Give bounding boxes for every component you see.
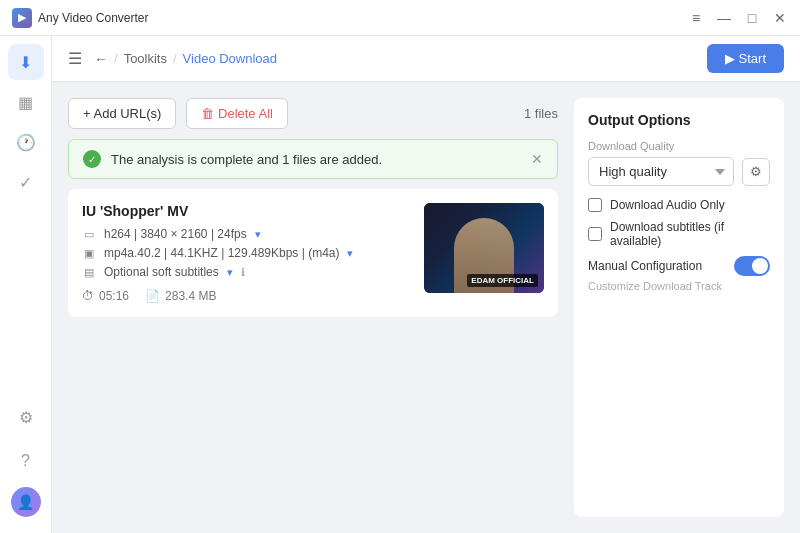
manual-config-label: Manual Configuration (588, 259, 726, 273)
menu-icon[interactable]: ≡ (688, 10, 704, 26)
sidebar-item-history[interactable]: 🕐 (8, 124, 44, 160)
app-icon: ▶ (12, 8, 32, 28)
duration-value: 05:16 (99, 289, 129, 303)
app-title: Any Video Converter (38, 11, 149, 25)
delete-all-button[interactable]: 🗑 Delete All (186, 98, 288, 129)
audio-track-value: mp4a.40.2 | 44.1KHZ | 129.489Kbps | (m4a… (104, 246, 339, 260)
clock-icon: ⏱ (82, 289, 94, 303)
close-button[interactable]: ✕ (772, 10, 788, 26)
file-icon: 📄 (145, 289, 160, 303)
download-audio-only-checkbox[interactable] (588, 198, 602, 212)
maximize-button[interactable]: □ (744, 10, 760, 26)
start-button[interactable]: ▶ Start (707, 44, 784, 73)
hamburger-icon[interactable]: ☰ (68, 49, 82, 68)
customize-track-label: Customize Download Track (588, 280, 770, 292)
toolbar: + Add URL(s) 🗑 Delete All 1 files (68, 98, 558, 129)
sidebar-bottom: ⚙ ? 👤 (8, 399, 44, 525)
manual-config-row: Manual Configuration (588, 256, 770, 276)
quality-select[interactable]: High quality Medium quality Low quality (588, 157, 734, 186)
topnav: ☰ ← / Toolkits / Video Download ▶ Start (52, 36, 800, 82)
alert-text: The analysis is complete and 1 files are… (111, 152, 521, 167)
quality-row: High quality Medium quality Low quality … (588, 157, 770, 186)
audio-track-icon: ▣ (82, 246, 96, 260)
file-count: 1 files (524, 106, 558, 121)
breadcrumb: ← / Toolkits / Video Download (94, 51, 699, 67)
breadcrumb-video-download: Video Download (183, 51, 277, 66)
toggle-knob (752, 258, 768, 274)
app-layout: ⬇ ▦ 🕐 ✓ ⚙ ? 👤 ☰ ← / Toolkits / Video Dow… (0, 36, 800, 533)
titlebar: ▶ Any Video Converter ≡ — □ ✕ (0, 0, 800, 36)
video-track-value: h264 | 3840 × 2160 | 24fps (104, 227, 247, 241)
filesize-item: 📄 283.4 MB (145, 289, 216, 303)
avatar[interactable]: 👤 (11, 487, 41, 517)
download-subtitles-label: Download subtitles (if available) (610, 220, 770, 248)
file-info: IU 'Shopper' MV ▭ h264 | 3840 × 2160 | 2… (82, 203, 410, 303)
thumbnail-background: EDAM OFFICIAL (424, 203, 544, 293)
sidebar-item-tasks[interactable]: ✓ (8, 164, 44, 200)
file-thumbnail: EDAM OFFICIAL (424, 203, 544, 293)
video-track-row: ▭ h264 | 3840 × 2160 | 24fps ▾ (82, 227, 410, 241)
quality-settings-icon[interactable]: ⚙ (742, 158, 770, 186)
alert-close-button[interactable]: ✕ (531, 151, 543, 167)
subtitle-info-icon[interactable]: ℹ (241, 266, 245, 279)
help-icon[interactable]: ? (8, 443, 44, 479)
download-audio-only-label: Download Audio Only (610, 198, 725, 212)
minimize-button[interactable]: — (716, 10, 732, 26)
filesize-value: 283.4 MB (165, 289, 216, 303)
window-controls: ≡ — □ ✕ (688, 10, 788, 26)
output-options-title: Output Options (588, 112, 770, 128)
sidebar-item-download[interactable]: ⬇ (8, 44, 44, 80)
thumbnail-label: EDAM OFFICIAL (467, 274, 538, 287)
main-content: ☰ ← / Toolkits / Video Download ▶ Start … (52, 36, 800, 533)
alert-success-icon: ✓ (83, 150, 101, 168)
output-options-panel: Output Options Download Quality High qua… (574, 98, 784, 517)
content-area: + Add URL(s) 🗑 Delete All 1 files ✓ The … (52, 82, 800, 533)
add-url-button[interactable]: + Add URL(s) (68, 98, 176, 129)
sidebar: ⬇ ▦ 🕐 ✓ ⚙ ? 👤 (0, 36, 52, 533)
breadcrumb-toolkits[interactable]: Toolkits (124, 51, 167, 66)
file-title: IU 'Shopper' MV (82, 203, 410, 219)
quality-section: Download Quality High quality Medium qua… (588, 140, 770, 186)
audio-track-row: ▣ mp4a.40.2 | 44.1KHZ | 129.489Kbps | (m… (82, 246, 410, 260)
manual-config-toggle[interactable] (734, 256, 770, 276)
file-item: IU 'Shopper' MV ▭ h264 | 3840 × 2160 | 2… (68, 189, 558, 317)
subtitle-track-row: ▤ Optional soft subtitles ▾ ℹ (82, 265, 410, 279)
download-subtitles-row: Download subtitles (if available) (588, 220, 770, 248)
video-track-dropdown[interactable]: ▾ (255, 228, 261, 241)
subtitle-track-dropdown[interactable]: ▾ (227, 266, 233, 279)
left-panel: + Add URL(s) 🗑 Delete All 1 files ✓ The … (68, 98, 558, 517)
subtitle-track-value: Optional soft subtitles (104, 265, 219, 279)
download-audio-only-row: Download Audio Only (588, 198, 770, 212)
subtitle-track-icon: ▤ (82, 265, 96, 279)
settings-icon[interactable]: ⚙ (8, 399, 44, 435)
alert-banner: ✓ The analysis is complete and 1 files a… (68, 139, 558, 179)
back-button[interactable]: ← (94, 51, 108, 67)
quality-label: Download Quality (588, 140, 770, 152)
sidebar-nav: ⬇ ▦ 🕐 ✓ (8, 44, 44, 399)
app-logo: ▶ Any Video Converter (12, 8, 688, 28)
video-track-icon: ▭ (82, 227, 96, 241)
file-meta: ⏱ 05:16 📄 283.4 MB (82, 289, 410, 303)
breadcrumb-separator: / (114, 51, 118, 66)
download-subtitles-checkbox[interactable] (588, 227, 602, 241)
sidebar-item-convert[interactable]: ▦ (8, 84, 44, 120)
duration-item: ⏱ 05:16 (82, 289, 129, 303)
audio-track-dropdown[interactable]: ▾ (347, 247, 353, 260)
breadcrumb-separator-2: / (173, 51, 177, 66)
